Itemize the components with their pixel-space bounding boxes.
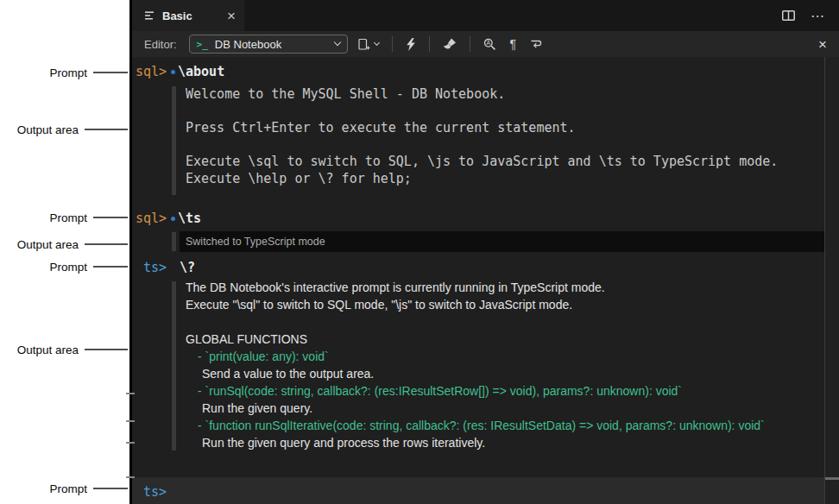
annotation-label: Prompt (49, 211, 87, 224)
toolbar-separator (429, 36, 430, 52)
annotation-output-area-1: Output area (0, 122, 128, 137)
chevron-down-icon (374, 39, 380, 45)
prompt-row-sql-about[interactable]: sql> \about (132, 60, 827, 83)
annotation-label: Output area (17, 343, 79, 356)
statement-code[interactable]: \about (178, 64, 224, 79)
annotation-output-area-2: Output area (0, 236, 128, 252)
annotation-prompt-3: Prompt (0, 259, 128, 274)
zone-tick (126, 442, 135, 444)
pilcrow-glyph: ¶ (510, 37, 517, 51)
console-output-line: Run the given query. (186, 400, 765, 417)
screenshot-root: Prompt Output area Prompt Output area Pr… (0, 0, 839, 504)
status-output: Switched to TypeScript mode (180, 231, 827, 252)
annotation-line (93, 488, 128, 489)
editor-selector-value: DB Notebook (215, 38, 328, 51)
zone-tick (126, 393, 135, 394)
toolbar-separator (392, 36, 393, 52)
function-signature-line: - `runSql(code: string, callback?: (res:… (186, 382, 765, 400)
annotation-line (93, 217, 128, 218)
prompt-row-ts-help[interactable]: ts> \? (132, 257, 827, 278)
console-output-line: Press Ctrl+Enter to execute the current … (186, 120, 778, 137)
console-output-line (186, 104, 778, 121)
output-zone-bar (172, 281, 176, 450)
notebook-lines-icon (144, 10, 155, 21)
ts-prompt-label: ts> (132, 260, 167, 275)
annotation-line (85, 243, 128, 245)
clean-editor-button[interactable] (439, 35, 460, 53)
language-indicator-dot (171, 217, 175, 221)
terminal-icon: >_ (197, 39, 208, 50)
console-output-line: Execute \help or \? for help; (186, 171, 778, 188)
zone-tick (126, 476, 135, 478)
annotation-label: Prompt (49, 261, 87, 274)
console-output-line: Welcome to the MySQL Shell - DB Notebook… (186, 86, 778, 104)
prompt-row-ts-current[interactable]: ts> (132, 477, 839, 504)
tab-basic[interactable]: Basic × (132, 0, 244, 31)
sql-prompt-label: sql> (132, 211, 167, 226)
output-area-help: The DB Notebook's interactive prompt is … (132, 278, 827, 471)
annotation-prompt-1: Prompt (0, 65, 128, 80)
toolbar-close-icon[interactable]: × (818, 37, 827, 52)
toolbar-separator (470, 36, 470, 52)
split-editor-icon[interactable] (782, 10, 795, 21)
vertical-scrollbar[interactable] (824, 57, 839, 504)
console-output-line (186, 313, 765, 331)
annotation-output-area-3: Output area (0, 342, 128, 357)
prompt-row-sql-ts[interactable]: sql> \ts (132, 207, 827, 230)
console-output-line: The DB Notebook's interactive prompt is … (186, 279, 765, 296)
find-icon[interactable]: A (480, 35, 500, 54)
tab-close-icon[interactable]: × (227, 9, 236, 23)
word-wrap-icon[interactable] (527, 36, 546, 52)
output-zone-bar (172, 86, 176, 195)
function-signature-line: - `function runSqlIterative(code: string… (186, 417, 765, 434)
annotation-label: Prompt (49, 66, 87, 79)
annotation-line (93, 266, 128, 268)
console-output-line: Execute \sql to switch to SQL, \js to Ja… (186, 154, 778, 171)
output-area-switch-mode: Switched to TypeScript mode (132, 231, 827, 252)
function-signature-line: - `print(value: any): void` (186, 348, 765, 365)
annotation-label: Output area (17, 238, 79, 251)
annotation-prompt-2: Prompt (0, 210, 128, 225)
editor-label: Editor: (144, 38, 177, 51)
show-hidden-characters-icon[interactable]: ¶ (507, 35, 520, 54)
scrollbar-marker (825, 477, 839, 480)
execute-button[interactable] (402, 35, 420, 54)
ts-prompt-label: ts> (132, 482, 167, 500)
statement-code[interactable]: \ts (178, 211, 201, 226)
console-output-line: Execute "\sql" to switch to SQL mode, "\… (186, 296, 765, 313)
language-indicator-dot (171, 70, 175, 74)
console-output-line: Send a value to the output area. (186, 365, 765, 382)
output-text: The DB Notebook's interactive prompt is … (186, 279, 765, 451)
editor-toolbar: Editor: >_ DB Notebook (132, 31, 839, 57)
output-zone-bar (172, 232, 176, 251)
output-area-about: Welcome to the MySQL Shell - DB Notebook… (132, 81, 827, 204)
tab-title: Basic (162, 9, 219, 22)
tab-bar: Basic × ⋯ (132, 0, 839, 31)
db-notebook-editor-panel: Basic × ⋯ Editor: >_ DB Notebook (129, 0, 839, 504)
svg-text:A: A (486, 40, 490, 46)
chevron-down-icon (333, 39, 340, 46)
more-actions-icon[interactable]: ⋯ (811, 8, 825, 24)
annotation-line (93, 72, 128, 73)
annotation-line (85, 129, 128, 130)
annotation-label: Prompt (49, 482, 87, 495)
console-output-line (186, 137, 778, 154)
sql-prompt-label: sql> (132, 64, 167, 79)
output-text: Welcome to the MySQL Shell - DB Notebook… (186, 86, 778, 187)
console-output-line: Run the given query and process the rows… (186, 434, 765, 451)
annotation-line (85, 349, 128, 350)
editor-selector-dropdown[interactable]: >_ DB Notebook (189, 35, 348, 54)
new-console-button[interactable] (355, 35, 382, 54)
statement-code[interactable]: \? (180, 260, 195, 275)
zone-tick (126, 420, 135, 422)
console-output-line: GLOBAL FUNCTIONS (186, 331, 765, 348)
annotation-label: Output area (17, 123, 79, 136)
annotation-prompt-4: Prompt (0, 481, 128, 496)
